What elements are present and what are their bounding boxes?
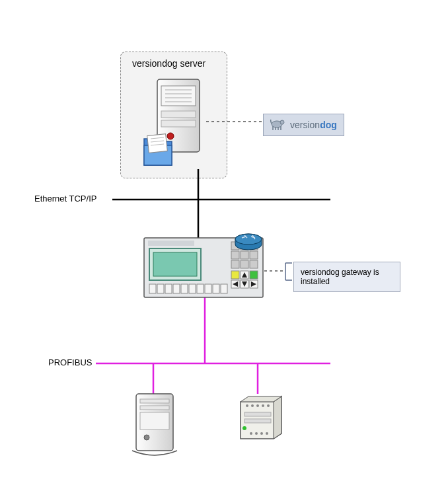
- svg-point-56: [251, 404, 254, 407]
- tower-device-icon: [132, 394, 177, 455]
- svg-point-49: [235, 234, 262, 244]
- svg-rect-18: [153, 252, 197, 276]
- svg-point-58: [262, 404, 264, 407]
- svg-rect-60: [244, 412, 271, 416]
- svg-rect-24: [189, 284, 196, 293]
- svg-rect-21: [165, 284, 172, 293]
- svg-rect-25: [197, 284, 204, 293]
- svg-marker-40: [242, 272, 247, 278]
- svg-rect-33: [241, 251, 248, 259]
- svg-point-66: [266, 432, 268, 435]
- svg-point-62: [243, 426, 246, 430]
- svg-marker-45: [242, 281, 247, 287]
- svg-rect-19: [149, 284, 156, 293]
- gateway-callout: versiondog gateway is installed: [293, 262, 400, 292]
- svg-rect-41: [250, 271, 258, 279]
- profibus-label: PROFIBUS: [48, 357, 92, 367]
- svg-rect-53: [140, 412, 169, 429]
- svg-rect-46: [250, 280, 258, 288]
- ethernet-label: Ethernet TCP/IP: [34, 194, 96, 204]
- callout-bracket: [285, 263, 292, 280]
- svg-rect-32: [231, 251, 239, 259]
- svg-rect-35: [231, 260, 239, 268]
- svg-rect-23: [181, 284, 188, 293]
- svg-rect-28: [221, 284, 227, 293]
- svg-rect-51: [140, 399, 169, 403]
- svg-rect-29: [231, 242, 239, 250]
- dog-icon: [270, 118, 286, 131]
- svg-rect-36: [241, 260, 248, 268]
- svg-point-64: [255, 432, 258, 435]
- svg-rect-16: [148, 241, 194, 246]
- svg-point-1: [280, 120, 284, 124]
- svg-rect-30: [241, 242, 248, 250]
- svg-rect-22: [173, 284, 180, 293]
- svg-rect-52: [140, 406, 169, 410]
- svg-rect-26: [205, 284, 211, 293]
- logo-text: versiondog: [290, 120, 337, 130]
- svg-rect-50: [136, 394, 173, 451]
- versiondog-logo: versiondog: [263, 114, 344, 136]
- callout-text: versiondog gateway is installed: [301, 268, 379, 286]
- server-label: versiondog server: [132, 58, 205, 69]
- svg-point-48: [235, 239, 262, 250]
- svg-rect-31: [250, 242, 258, 250]
- svg-rect-20: [157, 284, 164, 293]
- svg-rect-42: [231, 280, 239, 288]
- svg-rect-15: [144, 238, 263, 297]
- svg-point-65: [260, 432, 263, 435]
- svg-rect-38: [231, 271, 239, 279]
- svg-point-55: [246, 404, 248, 407]
- server-container: [120, 52, 227, 178]
- router-icon: [235, 234, 262, 250]
- plc-module-icon: [241, 396, 281, 439]
- svg-rect-17: [149, 248, 201, 280]
- svg-point-57: [256, 404, 259, 407]
- svg-point-63: [250, 432, 252, 435]
- svg-rect-61: [244, 419, 271, 423]
- svg-rect-44: [241, 280, 248, 288]
- svg-rect-27: [213, 284, 219, 293]
- svg-rect-34: [250, 251, 258, 259]
- svg-point-54: [144, 435, 149, 440]
- svg-marker-43: [233, 281, 238, 287]
- svg-rect-39: [241, 271, 248, 279]
- svg-point-59: [267, 404, 270, 407]
- svg-rect-37: [250, 260, 258, 268]
- svg-marker-47: [251, 281, 256, 287]
- hmi-panel-icon: [144, 238, 263, 297]
